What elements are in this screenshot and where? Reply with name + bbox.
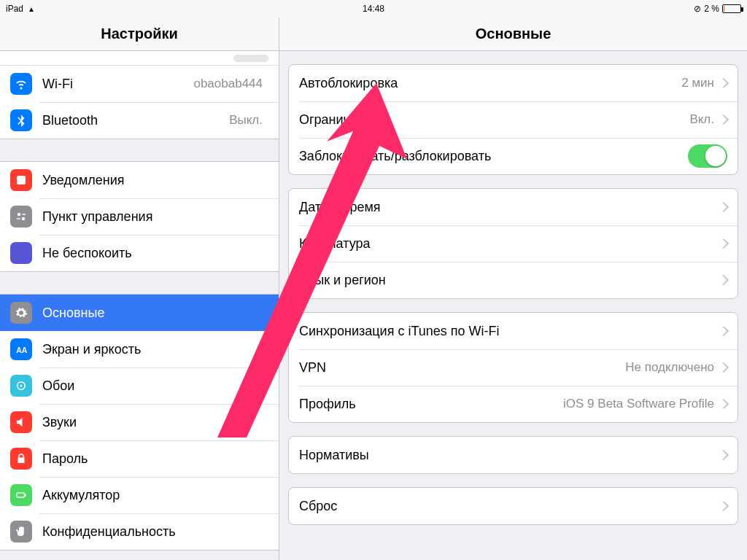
chevron-right-icon	[719, 238, 729, 249]
row-reset[interactable]: Сброс	[289, 488, 738, 524]
airplane-mode-row-partial[interactable]	[0, 51, 279, 66]
row-label: VPN	[299, 360, 625, 376]
notifications-icon	[10, 169, 32, 191]
display-icon: AA	[10, 338, 32, 360]
svg-text:AA: AA	[16, 346, 28, 354]
row-regulatory[interactable]: Нормативы	[289, 437, 738, 473]
sidebar-item-privacy[interactable]: Конфиденциальность	[0, 513, 279, 550]
sidebar-item-label: Экран и яркость	[42, 342, 268, 357]
main-pane: Основные Автоблокировка 2 мин Ограничени…	[279, 18, 747, 560]
sidebar-item-label: Пароль	[42, 451, 268, 467]
chevron-right-icon	[719, 501, 729, 511]
sidebar-item-display[interactable]: AA Экран и яркость	[0, 331, 279, 368]
svg-point-2	[22, 217, 26, 221]
row-label: Нормативы	[299, 448, 720, 463]
sidebar-item-label: Звуки	[42, 415, 268, 430]
sidebar-item-label: Аккумулятор	[42, 488, 268, 503]
sidebar-item-label: Пункт управления	[42, 209, 268, 225]
sidebar-item-label: Wi-Fi	[42, 77, 193, 92]
row-profile[interactable]: Профиль iOS 9 Beta Software Profile	[289, 386, 738, 422]
row-value: 2 мин	[681, 76, 714, 90]
row-label: Синхронизация с iTunes по Wi-Fi	[299, 324, 720, 339]
row-itunes-wifi-sync[interactable]: Синхронизация с iTunes по Wi-Fi	[289, 313, 738, 349]
chevron-right-icon	[719, 399, 729, 409]
control-center-icon	[10, 206, 32, 228]
wifi-icon	[28, 4, 35, 14]
wifi-icon	[10, 73, 32, 95]
status-battery-pct: 2 %	[704, 4, 719, 14]
svg-point-5	[20, 385, 23, 387]
row-label: Профиль	[299, 397, 563, 412]
svg-rect-7	[25, 494, 26, 497]
sidebar-item-label: Основные	[42, 306, 268, 321]
sidebar-item-value: Выкл.	[229, 113, 263, 128]
sidebar-item-label: Не беспокоить	[42, 246, 268, 261]
row-label: Заблокировать/разблокировать	[299, 149, 688, 164]
sidebar-item-wallpaper[interactable]: Обои	[0, 368, 279, 404]
sidebar-item-passcode[interactable]: Пароль	[0, 440, 279, 477]
row-label: Клавиатура	[299, 236, 720, 252]
sidebar-item-general[interactable]: Основные	[0, 295, 279, 331]
row-label: Сброс	[299, 499, 720, 514]
row-label: Дата и время	[299, 200, 720, 215]
moon-icon	[10, 242, 32, 264]
speaker-icon	[10, 411, 32, 433]
row-date-time[interactable]: Дата и время	[289, 189, 738, 225]
sidebar-item-label: Обои	[42, 378, 268, 394]
settings-sidebar: Настройки Wi-Fi obaobab444 Blue	[0, 18, 279, 560]
bluetooth-icon	[10, 109, 32, 131]
row-vpn[interactable]: VPN Не подключено	[289, 349, 738, 386]
chevron-right-icon	[719, 202, 729, 212]
sidebar-item-control-center[interactable]: Пункт управления	[0, 198, 279, 235]
lock-icon	[10, 448, 32, 470]
chevron-right-icon	[719, 78, 729, 88]
status-device: iPad	[6, 4, 23, 14]
chevron-right-icon	[719, 114, 729, 125]
sidebar-item-value: obaobab444	[193, 77, 263, 91]
lock-unlock-toggle[interactable]	[688, 144, 727, 168]
chevron-right-icon	[719, 275, 729, 285]
row-label: Язык и регион	[299, 273, 720, 288]
gear-icon	[10, 302, 32, 324]
row-keyboard[interactable]: Клавиатура	[289, 225, 738, 262]
airplane-mode-toggle[interactable]	[233, 55, 268, 62]
hand-icon	[10, 521, 32, 542]
row-autolock[interactable]: Автоблокировка 2 мин	[289, 65, 738, 101]
status-bar: iPad 14:48 ⊘ 2 %	[0, 0, 747, 18]
main-title: Основные	[279, 18, 747, 51]
row-value: Не подключено	[625, 360, 714, 375]
sidebar-item-bluetooth[interactable]: Bluetooth Выкл.	[0, 102, 279, 139]
wallpaper-icon	[10, 375, 32, 397]
chevron-right-icon	[719, 450, 729, 460]
svg-rect-0	[17, 176, 26, 184]
orientation-lock-icon: ⊘	[694, 4, 701, 14]
sidebar-item-battery[interactable]: Аккумулятор	[0, 477, 279, 513]
row-language-region[interactable]: Язык и регион	[289, 262, 738, 298]
row-lock-unlock[interactable]: Заблокировать/разблокировать	[289, 138, 738, 174]
svg-point-1	[18, 213, 21, 217]
sidebar-item-sounds[interactable]: Звуки	[0, 404, 279, 440]
chevron-right-icon	[719, 326, 729, 336]
row-label: Ограничения	[299, 112, 689, 128]
sidebar-item-label: Конфиденциальность	[42, 524, 268, 540]
battery-icon	[10, 484, 32, 506]
sidebar-item-label: Bluetooth	[42, 113, 229, 128]
sidebar-item-label: Уведомления	[42, 173, 268, 188]
row-restrictions[interactable]: Ограничения Вкл.	[289, 101, 738, 138]
sidebar-item-notifications[interactable]: Уведомления	[0, 162, 279, 198]
status-time: 14:48	[152, 4, 595, 14]
row-value: Вкл.	[689, 112, 714, 127]
sidebar-title: Настройки	[0, 18, 279, 51]
row-label: Автоблокировка	[299, 76, 681, 91]
sidebar-item-wifi[interactable]: Wi-Fi obaobab444	[0, 66, 279, 102]
chevron-right-icon	[719, 362, 729, 373]
battery-icon	[722, 4, 741, 13]
row-value: iOS 9 Beta Software Profile	[563, 397, 714, 411]
svg-rect-6	[17, 493, 25, 497]
sidebar-item-dnd[interactable]: Не беспокоить	[0, 235, 279, 271]
